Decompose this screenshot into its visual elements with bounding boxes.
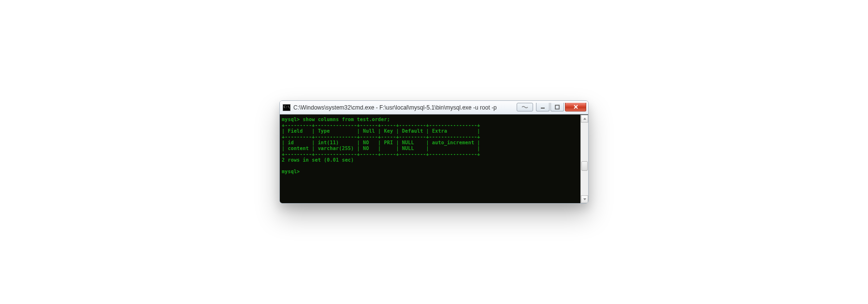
scroll-up-button[interactable]: [581, 115, 588, 123]
window-controls: [517, 103, 586, 111]
terminal-output: mysql> show columns from test.order; +--…: [282, 117, 585, 175]
maximize-button[interactable]: [550, 103, 564, 111]
prompt-line: mysql> show columns from test.order;: [282, 117, 390, 122]
table-row: | id | int(11) | NO | PRI | NULL | auto_…: [282, 140, 480, 145]
cmd-window: C:\Windows\system32\cmd.exe - F:\usr\loc…: [279, 100, 589, 204]
scroll-down-button[interactable]: [581, 195, 588, 203]
table-border: +---------+--------------+------+-----+-…: [282, 123, 480, 128]
aero-extra-button[interactable]: [517, 103, 533, 111]
close-button[interactable]: [565, 103, 586, 111]
titlebar[interactable]: C:\Windows\system32\cmd.exe - F:\usr\loc…: [280, 101, 588, 114]
table-border: +---------+--------------+------+-----+-…: [282, 152, 480, 157]
prompt-line: mysql>: [282, 169, 300, 174]
table-row: | content | varchar(255) | NO | | NULL |…: [282, 146, 480, 151]
vertical-scrollbar[interactable]: [580, 115, 588, 203]
cmd-icon: [283, 104, 290, 111]
terminal-client-area[interactable]: mysql> show columns from test.order; +--…: [280, 114, 588, 203]
minimize-button[interactable]: [536, 103, 550, 111]
table-border: +---------+--------------+------+-----+-…: [282, 134, 480, 139]
scroll-thumb[interactable]: [581, 161, 588, 171]
status-line: 2 rows in set (0.01 sec): [282, 157, 354, 163]
scroll-track[interactable]: [581, 123, 588, 195]
table-header: | Field | Type | Null | Key | Default | …: [282, 128, 480, 134]
window-title: C:\Windows\system32\cmd.exe - F:\usr\loc…: [293, 104, 514, 111]
svg-rect-0: [541, 108, 545, 109]
svg-rect-1: [555, 105, 559, 109]
